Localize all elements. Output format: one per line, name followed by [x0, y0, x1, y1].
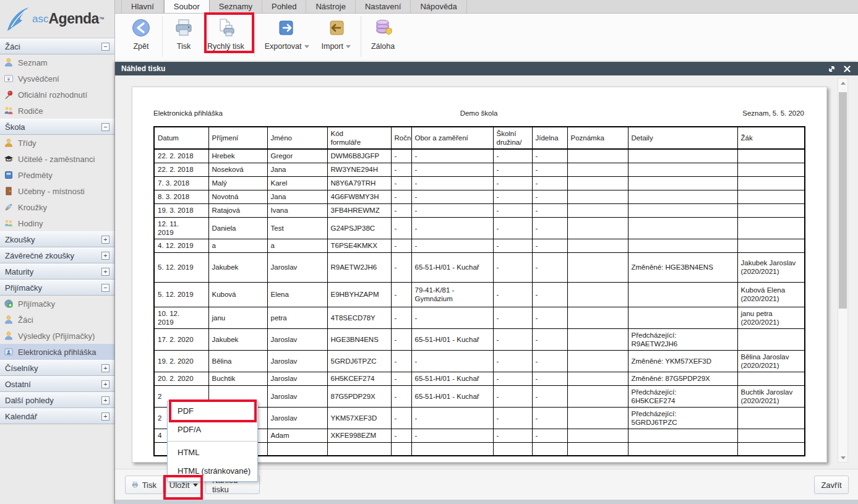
sidebar-item[interactable]: Hodiny — [0, 215, 114, 231]
sidebar-section-header[interactable]: Závěrečné zkoušky+ — [0, 247, 114, 263]
expand-icon[interactable]: + — [101, 364, 109, 372]
table-cell: - — [411, 190, 493, 203]
collapse-icon[interactable]: − — [101, 123, 109, 131]
table-cell: - — [493, 350, 532, 372]
door-icon — [4, 186, 14, 196]
sidebar-item[interactable]: Rodiče — [0, 103, 114, 119]
table-cell: - — [532, 307, 567, 328]
menu-tab[interactable]: Pohled — [262, 0, 306, 13]
table-cell — [567, 442, 628, 456]
save-menu-item[interactable]: HTML — [168, 443, 257, 462]
table-cell: 79-41-K/81 - Gymnázium — [411, 282, 493, 307]
table-cell: 4. 12. 2019 — [154, 239, 208, 252]
sidebar-section-header[interactable]: Zkoušky+ — [0, 231, 114, 247]
table-cell — [567, 176, 628, 190]
sidebar-item[interactable]: Elektronická přihláška — [0, 344, 114, 360]
sidebar-section-header[interactable]: Číselníky+ — [0, 360, 114, 376]
table-cell: Noseková — [208, 163, 267, 176]
table-cell: Předcházející: 6H5KCEF274 — [628, 385, 737, 407]
sidebar-item-label: Učitelé - zaměstnanci — [18, 155, 95, 164]
sidebar-section-header[interactable]: Další pohledy+ — [0, 392, 114, 408]
report-date: Seznam, 5. 5. 2020 — [587, 109, 804, 117]
sidebar-item-label: Výsledky (Přijímačky) — [18, 331, 95, 341]
sidebar-section-header[interactable]: Maturity+ — [0, 263, 114, 280]
sidebar-section-header[interactable]: Přijímačky− — [0, 280, 114, 296]
sidebar-section-header[interactable]: Škola− — [0, 119, 114, 135]
chevron-down-icon[interactable] — [346, 45, 351, 48]
save-menu-item[interactable]: PDF/A — [168, 421, 257, 439]
footer-print-button[interactable]: Tisk — [125, 476, 163, 494]
table-row: 19. 2. 2020BělinaJaroslav5GRDJ6TPZC----Z… — [154, 350, 805, 372]
sidebar-item[interactable]: Učitelé - zaměstnanci — [0, 151, 114, 167]
table-cell: Bělina — [208, 350, 267, 372]
menu-tab[interactable]: Nastavení — [356, 0, 411, 13]
table-cell: Kubová Elena (2020/2021) — [737, 282, 805, 307]
menu-tab[interactable]: Soubor — [164, 0, 210, 13]
table-cell: - — [391, 176, 411, 190]
print-button[interactable]: Tisk — [166, 14, 201, 53]
expand-icon[interactable]: + — [101, 396, 109, 404]
caret-down-icon — [193, 484, 198, 487]
scroll-down-icon[interactable] — [838, 453, 847, 462]
save-menu-item[interactable]: HTML (stránkované) — [168, 462, 257, 481]
menu-tabs: HlavníSouborSeznamyPohledNástrojeNastave… — [121, 0, 467, 13]
sidebar-item[interactable]: Žáci — [0, 312, 114, 328]
table-cell — [567, 307, 628, 328]
table-cell: Jakubek — [208, 252, 267, 282]
sidebar-item[interactable]: Přijímačky — [0, 296, 114, 312]
backup-button[interactable]: Záloha — [365, 14, 401, 53]
table-cell: RW3YNE294H — [327, 163, 391, 176]
back-button[interactable]: Zpět — [124, 14, 158, 53]
save-menu-item[interactable]: PDF — [168, 402, 257, 421]
table-cell: - — [493, 203, 532, 217]
scrollbar-thumb[interactable] — [839, 92, 847, 309]
table-cell: Malý — [208, 176, 267, 190]
book-icon — [4, 170, 14, 180]
sidebar-item[interactable]: Třídy — [0, 135, 114, 151]
card-icon — [4, 347, 14, 357]
import-button[interactable]: Import — [315, 14, 357, 53]
menu-tab[interactable]: Nápověda — [411, 0, 466, 13]
sidebar-item[interactable]: Seznam — [0, 54, 114, 70]
table-cell: 17. 2. 2020 — [154, 328, 208, 350]
sidebar-item[interactable]: Kroužky — [0, 199, 114, 215]
group-icon — [4, 218, 14, 228]
table-cell: 5. 12. 2019 — [154, 282, 208, 307]
sidebar-item[interactable]: Předměty — [0, 167, 114, 183]
sidebar-section-header[interactable]: Kalendář+ — [0, 408, 114, 424]
scroll-up-icon[interactable] — [838, 79, 847, 87]
close-button[interactable]: Zavřít — [814, 476, 849, 494]
table-cell — [411, 442, 493, 456]
expand-icon[interactable]: + — [101, 252, 109, 260]
sidebar-item-label: Předměty — [18, 171, 53, 180]
table-cell: - — [532, 429, 567, 442]
expand-icon[interactable]: + — [101, 380, 109, 388]
export-button[interactable]: Exportovat — [259, 14, 315, 53]
table-cell: Ivana — [267, 203, 327, 217]
sidebar-item[interactable]: Učebny - místnosti — [0, 183, 114, 199]
expand-icon[interactable]: + — [101, 412, 109, 421]
chevron-down-icon[interactable] — [304, 45, 309, 48]
table-cell: - — [391, 239, 411, 252]
menu-tab[interactable]: Seznamy — [210, 0, 262, 13]
sidebar-item[interactable]: Výsledky (Přijímačky) — [0, 328, 114, 344]
quick-print-button[interactable]: Rychlý tisk — [201, 14, 251, 53]
table-cell — [737, 239, 805, 252]
column-header: Poznámka — [567, 127, 628, 149]
sidebar-item[interactable]: Vysvědčení — [0, 70, 114, 87]
close-icon[interactable] — [843, 64, 852, 74]
maximize-icon[interactable] — [827, 64, 836, 74]
preview-scrollbar[interactable] — [838, 78, 848, 463]
expand-icon[interactable]: + — [101, 268, 109, 276]
sidebar-section-header[interactable]: Žáci− — [0, 38, 114, 54]
sidebar-section-header[interactable]: Ostatní+ — [0, 376, 114, 392]
sidebar-item[interactable]: Oficiální rozhodnutí — [0, 87, 114, 103]
expand-icon[interactable]: + — [101, 236, 109, 244]
table-cell: 6H5KCEF274 — [327, 372, 391, 385]
collapse-icon[interactable]: − — [101, 43, 109, 51]
table-cell: N8Y6A79TRH — [327, 176, 391, 190]
collapse-icon[interactable]: − — [101, 284, 109, 292]
menu-tab[interactable]: Hlavní — [121, 0, 164, 13]
toolbar-separator — [361, 16, 361, 57]
menu-tab[interactable]: Nástroje — [306, 0, 355, 13]
